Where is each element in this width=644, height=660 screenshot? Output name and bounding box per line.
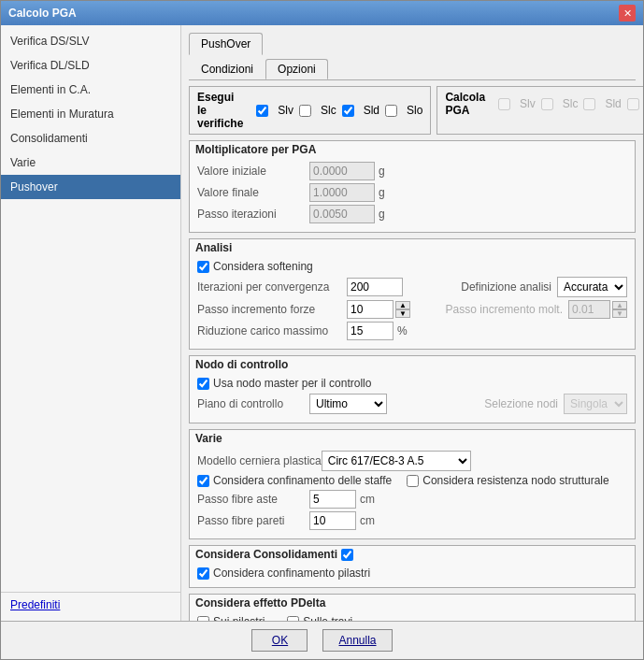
tab-opzioni[interactable]: Opzioni [265, 59, 328, 79]
passo-incremento-molt-input: 0.01 [568, 300, 610, 319]
calcola-slo-checkbox [627, 98, 639, 110]
analisi-title: Analisi [190, 239, 635, 256]
top-sections: Esegui le verifiche Slv Slc Sld [189, 86, 636, 135]
sidebar-item-verifica-ds-slv[interactable]: Verifica DS/SLV [1, 29, 180, 53]
calcola-sld-label: Sld [605, 97, 621, 110]
considera-softening-checkbox[interactable] [197, 261, 209, 273]
passo-fibre-pareti-label: Passo fibre pareti [197, 514, 309, 527]
calcola-pga-title: Calcola PGA [445, 91, 485, 117]
nodo-controllo-content: Usa nodo master per il controllo Piano d… [190, 373, 635, 423]
spinner-down[interactable]: ▼ [395, 309, 410, 318]
consolidamenti-label: Considera Consolidamenti [195, 548, 337, 561]
passo-fibre-aste-row: Passo fibre aste 5 cm [197, 490, 627, 509]
considera-confinamento-pilastri-row: Considera confinamento pilastri [197, 567, 627, 580]
esegui-slc-check[interactable]: Slc [299, 104, 336, 117]
valore-finale-input: 1.0000 [309, 183, 375, 202]
passo-incremento-forze-label: Passo incremento forze [197, 303, 347, 316]
moltiplicatore-section: Moltiplicatore per PGA Valore iniziale 0… [189, 140, 636, 233]
spinner-box2: ▲ ▼ [612, 301, 627, 318]
nodo-controllo-title: Nodo di controllo [190, 356, 635, 373]
esegui-verifiche-section: Esegui le verifiche Slv Slc Sld [189, 86, 431, 135]
riduzione-carico-row: Riduzione carico massimo 15 % [197, 322, 627, 340]
passo-fibre-aste-input[interactable]: 5 [309, 490, 356, 509]
esegui-slv-check[interactable]: Slv [256, 104, 293, 117]
iterazioni-input[interactable]: 200 [347, 278, 403, 296]
passo-incremento-forze-spinner: 10 ▲ ▼ [347, 300, 410, 319]
esegui-verifiche-content: Esegui le verifiche Slv Slc Sld [190, 87, 430, 134]
sidebar-item-pushover[interactable]: Pushover [1, 175, 180, 199]
passo-incremento-molt-spinner: 0.01 ▲ ▼ [568, 300, 627, 319]
passo-fibre-pareti-input[interactable]: 10 [309, 511, 356, 530]
consolidamenti-checkbox[interactable] [341, 549, 353, 561]
title-bar: Calcolo PGA ✕ [1, 1, 643, 25]
esegui-slo-check[interactable]: Slo [385, 104, 422, 117]
selezione-nodi-label: Selezione nodi [484, 397, 558, 410]
valore-iniziale-unit: g [379, 165, 385, 178]
analisi-section: Analisi Considera softening Iterazioni p… [189, 238, 636, 350]
tab-pushover[interactable]: PushOver [189, 33, 263, 55]
bottom-bar: OK Annulla [1, 621, 643, 659]
sidebar-item-varie[interactable]: Varie [1, 151, 180, 175]
main-content: PushOver Condizioni Opzioni Esegui le ve… [181, 25, 643, 621]
sidebar: Verifica DS/SLV Verifica DL/SLD Elementi… [1, 25, 181, 621]
passo-fibre-pareti-unit: cm [360, 514, 375, 527]
esegui-slv-checkbox[interactable] [256, 105, 268, 117]
spinner-box: ▲ ▼ [395, 301, 410, 318]
sidebar-item-consolidamenti[interactable]: Consolidamenti [1, 126, 180, 151]
iterazioni-row: Iterazioni per convergenza 200 Definizio… [197, 277, 627, 297]
consolidamenti-title: Considera Consolidamenti [190, 546, 635, 563]
esegui-sld-check[interactable]: Sld [342, 104, 379, 117]
calcola-pga-section: Calcola PGA Slv Slc Sld [436, 86, 643, 135]
piano-controllo-select[interactable]: Ultimo Primo Intermedio [309, 394, 387, 414]
modello-cerniera-select[interactable]: Circ 617/EC8-3 A.5 EC8-3 NTC2008 [322, 451, 471, 471]
definizione-analisi-label: Definizione analisi [461, 280, 551, 294]
close-button[interactable]: ✕ [619, 5, 636, 22]
usa-nodo-master-label: Usa nodo master per il controllo [213, 377, 371, 390]
analisi-content: Considera softening Iterazioni per conve… [190, 256, 635, 349]
passo-fibre-pareti-row: Passo fibre pareti 10 cm [197, 511, 627, 530]
calcola-slv-label: Slv [520, 97, 536, 110]
sidebar-item-elementi-ca[interactable]: Elementi in C.A. [1, 78, 180, 102]
selezione-nodi-select: Singola Multipla [564, 394, 627, 414]
valore-finale-label: Valore finale [197, 186, 309, 199]
considera-confinamento-checkbox[interactable] [197, 475, 209, 487]
passo-incremento-molt-label: Passo incremento molt. [446, 303, 563, 316]
passo-fibre-aste-label: Passo fibre aste [197, 493, 309, 506]
moltiplicatore-title: Moltiplicatore per PGA [190, 141, 635, 158]
esegui-verifiche-title: Esegui le verifiche [197, 91, 243, 130]
tab-condizioni[interactable]: Condizioni [189, 59, 265, 79]
considera-confinamento-pilastri-checkbox[interactable] [197, 567, 209, 580]
calcola-sld-check: Sld [583, 97, 621, 110]
esegui-slv-label: Slv [278, 104, 293, 117]
ok-button[interactable]: OK [251, 629, 308, 652]
passo-incremento-forze-input[interactable]: 10 [347, 300, 394, 319]
esegui-slo-checkbox[interactable] [385, 105, 397, 117]
riduzione-carico-input[interactable]: 15 [347, 322, 394, 340]
annulla-button[interactable]: Annulla [322, 629, 392, 652]
riduzione-carico-unit: % [397, 324, 408, 337]
main-window: Calcolo PGA ✕ Verifica DS/SLV Verifica D… [0, 0, 644, 660]
varie-section: Varie Modello cerniera plastica Circ 617… [189, 429, 636, 539]
varie-title: Varie [190, 430, 635, 447]
usa-nodo-master-checkbox[interactable] [197, 378, 209, 390]
esegui-sld-checkbox[interactable] [342, 105, 354, 117]
main-tab-bar: PushOver [189, 33, 636, 55]
consolidamenti-content: Considera confinamento pilastri [190, 563, 635, 587]
considera-resistenza-checkbox[interactable] [407, 475, 419, 487]
esegui-slc-checkbox[interactable] [299, 105, 311, 117]
valore-iniziale-input: 0.0000 [309, 162, 375, 180]
passo-iterazioni-label: Passo iterazioni [197, 208, 309, 221]
spinner-molt-up: ▲ [612, 301, 627, 309]
spinner-up[interactable]: ▲ [395, 301, 410, 309]
sidebar-item-verifica-dl-sld[interactable]: Verifica DL/SLD [1, 53, 180, 78]
window-body: Verifica DS/SLV Verifica DL/SLD Elementi… [1, 25, 643, 621]
valore-finale-unit: g [379, 186, 385, 199]
considera-confinamento-row: Considera confinamento delle staffe Cons… [197, 474, 627, 487]
passo-incremento-forze-row: Passo incremento forze 10 ▲ ▼ Passo incr… [197, 300, 627, 319]
sidebar-item-elementi-muratura[interactable]: Elementi in Muratura [1, 102, 180, 126]
definizione-analisi-select[interactable]: Accurata Standard Veloce [557, 277, 627, 297]
considera-softening-label: Considera softening [213, 260, 313, 273]
valore-iniziale-label: Valore iniziale [197, 165, 309, 178]
esegui-slo-label: Slo [407, 104, 422, 117]
predefiniti-button[interactable]: Predefiniti [10, 598, 60, 611]
